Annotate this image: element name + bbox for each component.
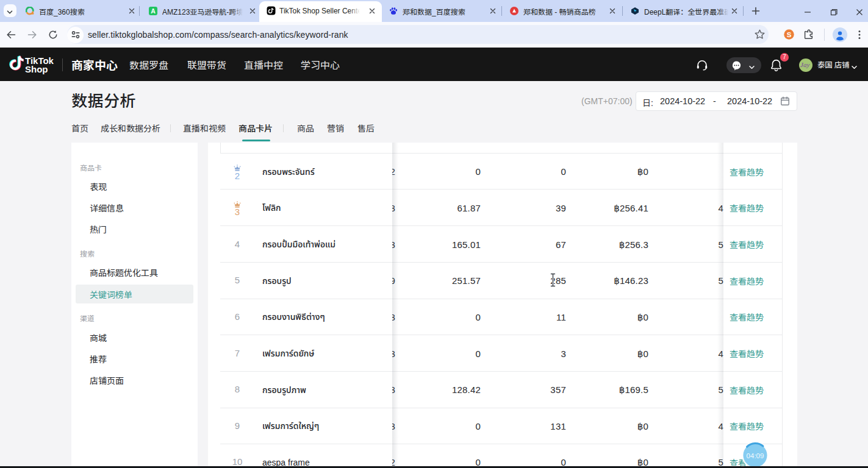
svg-text:A: A [151, 7, 156, 15]
svg-text:S: S [787, 31, 792, 38]
svg-text:04:09: 04:09 [747, 452, 764, 459]
